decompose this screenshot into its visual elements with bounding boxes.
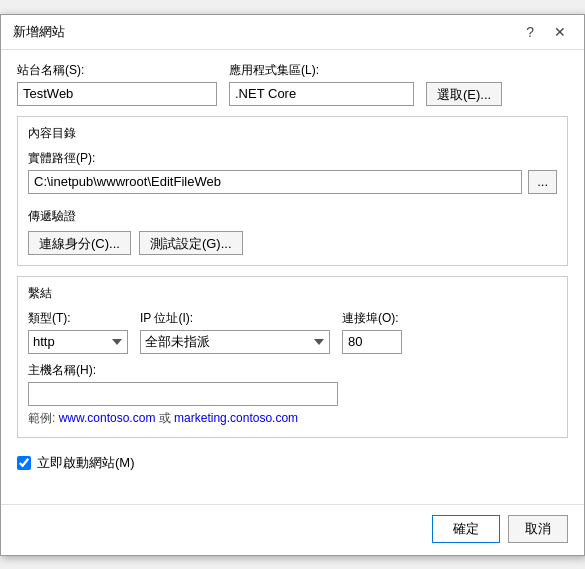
binding-section: 繫結 類型(T): http https IP 位址(I): 全部未指派	[17, 276, 568, 438]
start-website-checkbox[interactable]	[17, 456, 31, 470]
content-directory-section: 內容目錄 實體路徑(P): ... 傳遞驗證 連線身分(C)... 測試設定(G…	[17, 116, 568, 266]
dialog-title: 新增網站	[13, 23, 65, 41]
type-label: 類型(T):	[28, 310, 128, 327]
hostname-label: 主機名稱(H):	[28, 362, 557, 379]
example-link-1: www.contoso.com	[59, 411, 156, 425]
connect-identity-button[interactable]: 連線身分(C)...	[28, 231, 131, 255]
physical-path-row: ...	[28, 170, 557, 194]
example-link-2: marketing.contoso.com	[174, 411, 298, 425]
help-button[interactable]: ?	[520, 23, 540, 41]
test-settings-button[interactable]: 測試設定(G)...	[139, 231, 243, 255]
start-website-label[interactable]: 立即啟動網站(M)	[37, 454, 135, 472]
port-field: 連接埠(O):	[342, 310, 402, 354]
site-name-group: 站台名稱(S):	[17, 62, 217, 106]
app-pool-group: 應用程式集區(L):	[229, 62, 414, 106]
app-pool-label: 應用程式集區(L):	[229, 62, 414, 79]
example-prefix: 範例:	[28, 411, 59, 425]
physical-path-input[interactable]	[28, 170, 522, 194]
content-directory-title: 內容目錄	[28, 125, 557, 142]
example-text: 範例: www.contoso.com 或 marketing.contoso.…	[28, 410, 557, 427]
close-button[interactable]: ✕	[548, 23, 572, 41]
auth-buttons-row: 連線身分(C)... 測試設定(G)...	[28, 231, 557, 255]
ok-button[interactable]: 確定	[432, 515, 500, 543]
port-input[interactable]	[342, 330, 402, 354]
type-select[interactable]: http https	[28, 330, 128, 354]
site-name-label: 站台名稱(S):	[17, 62, 217, 79]
ip-field: IP 位址(I): 全部未指派	[140, 310, 330, 354]
type-field: 類型(T): http https	[28, 310, 128, 354]
example-sep: 或	[159, 411, 174, 425]
new-site-dialog: 新增網站 ? ✕ 站台名稱(S): 應用程式集區(L): 選取(E)... 內容…	[0, 14, 585, 556]
auth-title: 傳遞驗證	[28, 208, 557, 225]
hostname-input[interactable]	[28, 382, 338, 406]
start-website-row: 立即啟動網站(M)	[17, 454, 568, 472]
app-pool-input[interactable]	[229, 82, 414, 106]
site-name-input[interactable]	[17, 82, 217, 106]
port-label: 連接埠(O):	[342, 310, 402, 327]
select-pool-button[interactable]: 選取(E)...	[426, 82, 502, 106]
title-bar-controls: ? ✕	[520, 23, 572, 41]
binding-title: 繫結	[28, 285, 557, 302]
ip-select[interactable]: 全部未指派	[140, 330, 330, 354]
dialog-footer: 確定 取消	[1, 504, 584, 555]
dialog-content: 站台名稱(S): 應用程式集區(L): 選取(E)... 內容目錄 實體路徑(P…	[1, 50, 584, 504]
browse-path-button[interactable]: ...	[528, 170, 557, 194]
ip-label: IP 位址(I):	[140, 310, 330, 327]
binding-row: 類型(T): http https IP 位址(I): 全部未指派 連接埠(O)…	[28, 310, 557, 354]
physical-path-label: 實體路徑(P):	[28, 150, 557, 167]
top-fields-row: 站台名稱(S): 應用程式集區(L): 選取(E)...	[17, 62, 568, 106]
hostname-field: 主機名稱(H):	[28, 362, 557, 406]
physical-path-group: 實體路徑(P): ...	[28, 150, 557, 202]
cancel-button[interactable]: 取消	[508, 515, 568, 543]
title-bar: 新增網站 ? ✕	[1, 15, 584, 50]
